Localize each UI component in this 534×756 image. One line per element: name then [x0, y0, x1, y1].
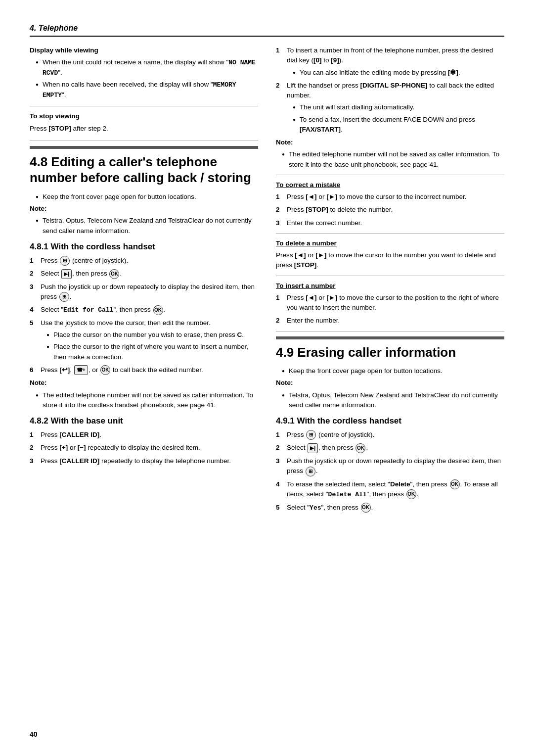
- section-482-heading: 4.8.2 With the base unit: [30, 416, 258, 426]
- list-item: Press [↩], ☎+, or OK to call back the ed…: [30, 365, 258, 375]
- list-item: Push the joystick up or down repeatedly …: [30, 282, 258, 302]
- list-item: Place the cursor on the number you wish …: [46, 330, 258, 340]
- section-482-steps: Press [CALLER ID]. Press [+] or [−] repe…: [30, 430, 258, 466]
- ok-icon-3: OK: [100, 365, 110, 375]
- list-item: When the unit could not receive a name, …: [36, 57, 258, 78]
- ok-icon-2: OK: [153, 305, 163, 315]
- divider-right-2: [276, 233, 504, 234]
- list-item: Press [CALLER ID].: [30, 430, 258, 440]
- step4-sub-list: You can also initiate the editing mode b…: [287, 68, 504, 78]
- list-item: Select "Edit for Call", then press OK.: [30, 305, 258, 315]
- list-item: Select ▶|, then press OK.: [276, 443, 504, 453]
- note-label: Note:: [30, 204, 258, 214]
- display-while-viewing-list: When the unit could not receive a name, …: [30, 57, 258, 100]
- divider-right-1: [276, 175, 504, 175]
- list-item: Keep the front cover page open for butto…: [282, 366, 504, 376]
- list-item: Lift the handset or press [DIGITAL SP-PH…: [276, 81, 504, 135]
- divider: [30, 106, 258, 106]
- base-unit-note: Note: The edited telephone number will n…: [276, 138, 504, 170]
- to-delete-number-text: Press [◄] or [►] to move the cursor to t…: [276, 250, 504, 271]
- note-list-right: The edited telephone number will not be …: [276, 149, 504, 170]
- to-insert-number-section: To insert a number Press [◄] or [►] to m…: [276, 281, 504, 326]
- list-item: The edited telephone number will not be …: [282, 149, 504, 170]
- list-item: To send a fax, insert the document FACE …: [293, 115, 504, 135]
- section-481-heading: 4.8.1 With the cordless handset: [30, 242, 258, 252]
- note-label-2: Note:: [30, 378, 258, 388]
- list-item: The edited telephone number will not be …: [36, 390, 258, 411]
- right-column: To insert a number in front of the telep…: [276, 46, 504, 516]
- list-item: You can also initiate the editing mode b…: [293, 68, 504, 78]
- arrow-icon-491: ▶|: [308, 443, 318, 453]
- divider: [30, 141, 258, 141]
- arrow-icon: ▶|: [61, 269, 72, 279]
- display-while-viewing-label: Display while viewing: [30, 46, 258, 55]
- list-item: Press [◄] or [►] to move the cursor to t…: [276, 192, 504, 202]
- list-item: The unit will start dialling automatical…: [293, 102, 504, 112]
- list-item: To insert a number in front of the telep…: [276, 46, 504, 78]
- list-item: Keep the front cover page open for butto…: [36, 192, 258, 202]
- note-list-49: Telstra, Optus, Telecom New Zealand and …: [276, 390, 504, 411]
- menu-icon: ⊞: [60, 256, 70, 266]
- ok-icon: OK: [109, 269, 119, 279]
- ok-icon-491-3: OK: [406, 489, 416, 499]
- list-item: Telstra, Optus, Telecom New Zealand and …: [282, 390, 504, 411]
- to-delete-number-section: To delete a number Press [◄] or [►] to m…: [276, 238, 504, 271]
- section-48-bar: [30, 146, 258, 149]
- list-item: Use the joystick to move the cursor, the…: [30, 318, 258, 362]
- page: 4. Telephone Display while viewing When …: [0, 0, 534, 756]
- ok-icon-491-4: OK: [361, 503, 371, 513]
- section-49-intro-list: Keep the front cover page open for butto…: [276, 366, 504, 376]
- ok-icon-491: OK: [356, 443, 365, 453]
- insert-number-steps: Press [◄] or [►] to move the cursor to t…: [276, 293, 504, 326]
- sp-icon: ☎+: [74, 365, 88, 375]
- section-481-steps: Press ⊞ (centre of joystick). Select ▶|,…: [30, 256, 258, 376]
- section-491-steps: Press ⊞ (centre of joystick). Select ▶|,…: [276, 430, 504, 513]
- list-item: Telstra, Optus, Telecom New Zealand and …: [36, 216, 258, 236]
- step5-sub-list: Place the cursor on the number you wish …: [41, 330, 258, 362]
- section-491-heading: 4.9.1 With the cordless handset: [276, 416, 504, 426]
- list-item: Press [STOP] to delete the number.: [276, 205, 504, 215]
- list-item: To erase the selected item, select "Dele…: [276, 479, 504, 500]
- correct-mistake-steps: Press [◄] or [►] to move the cursor to t…: [276, 192, 504, 228]
- divider-right-4: [276, 331, 504, 331]
- left-column: Display while viewing When the unit coul…: [30, 46, 258, 516]
- list-item: Press [CALLER ID] repeatedly to display …: [30, 456, 258, 466]
- list-item: Push the joystick up or down repeatedly …: [276, 456, 504, 476]
- list-item: Press ⊞ (centre of joystick).: [30, 256, 258, 266]
- page-title: 4. Telephone: [30, 24, 78, 33]
- list-item: Enter the number.: [276, 316, 504, 326]
- step5-sub-list-right: The unit will start dialling automatical…: [287, 102, 504, 135]
- page-header: 4. Telephone: [30, 24, 504, 37]
- display-while-viewing-section: Display while viewing When the unit coul…: [30, 46, 258, 100]
- menu-icon-491: ⊞: [306, 430, 316, 440]
- list-item: Select ▶|, then press OK.: [30, 269, 258, 279]
- section-49-bar: [276, 336, 504, 339]
- section-49-heading: 4.9 Erasing caller information: [276, 344, 504, 361]
- to-correct-mistake-label: To correct a mistake: [276, 180, 504, 190]
- note-label-49: Note:: [276, 378, 504, 388]
- list-item: Press [◄] or [►] to move the cursor to t…: [276, 293, 504, 313]
- divider-right-3: [276, 276, 504, 276]
- to-stop-viewing-section: To stop viewing Press [STOP] after step …: [30, 111, 258, 134]
- note-label-right: Note:: [276, 138, 504, 147]
- section-48-heading: 4.8 Editing a caller's telephone number …: [30, 154, 258, 186]
- ok-icon-491-2: OK: [450, 479, 460, 489]
- list-item: Press ⊞ (centre of joystick).: [276, 430, 504, 440]
- section-48-intro-list: Keep the front cover page open for butto…: [30, 192, 258, 202]
- section-48-note: Note: Telstra, Optus, Telecom New Zealan…: [30, 204, 258, 236]
- page-number: 40: [30, 730, 38, 738]
- list-item: When no calls have been received, the di…: [36, 80, 258, 100]
- to-correct-mistake-section: To correct a mistake Press [◄] or [►] to…: [276, 180, 504, 228]
- note-list: Telstra, Optus, Telecom New Zealand and …: [30, 216, 258, 236]
- list-item: Select "Yes", then press OK.: [276, 503, 504, 513]
- menu-icon-491-2: ⊞: [306, 467, 315, 476]
- note-list-2: The edited telephone number will not be …: [30, 390, 258, 411]
- list-item: Place the cursor to the right of where y…: [46, 342, 258, 362]
- to-stop-viewing-label: To stop viewing: [30, 111, 258, 121]
- to-insert-number-label: To insert a number: [276, 281, 504, 291]
- right-column-inner: To insert a number in front of the telep…: [276, 46, 504, 513]
- to-stop-viewing-text: Press [STOP] after step 2.: [30, 124, 258, 134]
- list-item: Press [+] or [−] repeatedly to display t…: [30, 443, 258, 453]
- section-481-note: Note: The edited telephone number will n…: [30, 378, 258, 410]
- list-item: Enter the correct number.: [276, 218, 504, 228]
